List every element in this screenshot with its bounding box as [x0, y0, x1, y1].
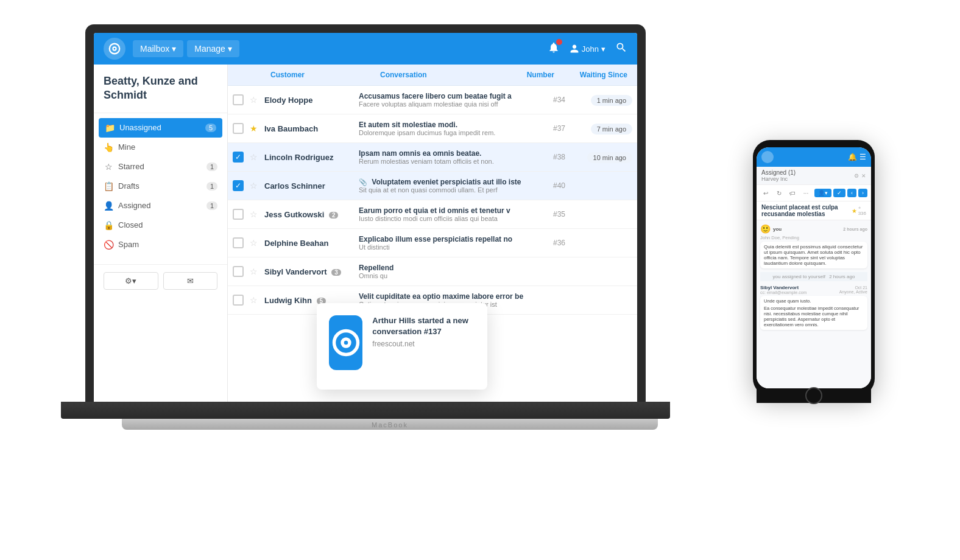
manage-chevron-icon: ▾	[228, 44, 232, 54]
row-message-7: Repellend Omnis qu	[359, 264, 529, 279]
header-number: Number	[506, 71, 554, 79]
table-row[interactable]: ☆ Sibyl Vandervort 3 Repellend Omnis qu	[228, 257, 637, 286]
sidebar-item-starred[interactable]: ☆ Starred 1	[94, 157, 227, 177]
phone-sender-message: Sibyl Vandervort cc: email@example.com O…	[760, 285, 867, 330]
table-row[interactable]: ☆ Jess Gutkowski 2 Earum porro et quia e…	[228, 200, 637, 229]
row-star-4[interactable]: ☆	[250, 181, 261, 191]
waiting-badge-2: 7 min ago	[591, 124, 632, 135]
popup-content: Arthur Hills started a new conversation …	[317, 303, 487, 390]
sidebar-label-drafts: Drafts	[118, 181, 139, 191]
sidebar-item-spam[interactable]: 🚫 Spam	[94, 235, 227, 254]
phone-refresh-icon[interactable]: ↻	[774, 187, 785, 198]
phone-sender-date: Oct 21	[839, 285, 867, 290]
row-waiting-2: 7 min ago	[565, 123, 632, 135]
row-checkbox-5[interactable]	[233, 209, 244, 220]
phone-assign-button[interactable]: 👤▾	[814, 189, 831, 197]
freescout-logo-icon	[330, 327, 362, 359]
smiley-icon: 🙂	[760, 224, 771, 234]
popup-notification-text: Arthur Hills started a new conversation …	[372, 315, 475, 337]
row-star-7[interactable]: ☆	[250, 267, 261, 276]
phone-msg-time-1: 2 hours ago	[843, 227, 867, 231]
row-checkbox-1[interactable]	[233, 94, 244, 105]
table-row[interactable]: ✓ ☆ Carlos Schinner 📎 Voluptatem eveniet…	[228, 172, 637, 200]
notification-badge	[556, 39, 562, 45]
row-checkbox-8[interactable]	[233, 295, 244, 306]
sidebar-label-closed: Closed	[118, 220, 143, 229]
phone-screen: 🔔 ☰ Assigned (1) Harvey Inc ⚙ ✕ ↩ ↻	[757, 147, 871, 388]
phone-sender-text-1: Unde quae quam iusto.	[764, 298, 864, 304]
table-row[interactable]: ☆ Delphine Beahan Explicabo illum esse p…	[228, 229, 637, 257]
manage-button[interactable]: Manage ▾	[187, 40, 239, 57]
search-icon	[615, 41, 627, 54]
compose-button[interactable]: ✉	[163, 272, 218, 290]
freescout-notification-popup: Arthur Hills started a new conversation …	[317, 303, 487, 390]
row-waiting-3: 10 min ago	[565, 152, 632, 163]
conversation-list-header: Customer Conversation Number Waiting Sin…	[228, 65, 637, 86]
phone-menu-icon[interactable]: ☰	[859, 153, 866, 161]
phone-assigned-company: Harvey Inc	[761, 176, 796, 182]
topnav: Mailbox ▾ Manage ▾	[94, 33, 637, 65]
phone-nav-prev[interactable]: ‹	[847, 189, 856, 197]
row-checkbox-4[interactable]: ✓	[233, 180, 244, 191]
sidebar-label-unassigned: Unassigned	[119, 123, 161, 132]
manage-label: Manage	[194, 44, 225, 54]
logo-icon	[108, 42, 121, 55]
phone-home-bar	[757, 388, 871, 403]
spam-icon: 🚫	[104, 240, 113, 250]
popup-icon	[329, 315, 362, 370]
user-menu-button[interactable]: John ▾	[570, 44, 605, 54]
sidebar-item-assigned[interactable]: 👤 Assigned 1	[94, 196, 227, 215]
table-row[interactable]: ★ Iva Baumbach Et autem sit molestiae mo…	[228, 114, 637, 143]
header-customer: Customer	[270, 71, 380, 79]
row-star-2[interactable]: ★	[250, 124, 261, 133]
phone-sender-email: cc: email@example.com	[760, 290, 806, 295]
row-message-4: 📎 Voluptatem eveniet perspiciatis aut il…	[359, 178, 529, 194]
mine-icon: 👆	[104, 142, 113, 152]
compose-icon: ✉	[187, 276, 194, 285]
notification-bell-button[interactable]	[548, 41, 560, 56]
row-star-5[interactable]: ☆	[250, 209, 261, 219]
phone-bell-icon[interactable]: 🔔	[848, 153, 857, 161]
row-star-8[interactable]: ☆	[250, 295, 261, 305]
row-number-4: #40	[529, 181, 565, 190]
row-checkbox-7[interactable]	[233, 266, 244, 277]
phone-topbar-icons: 🔔 ☰	[848, 153, 866, 161]
phone-reply-icon[interactable]: ↩	[760, 187, 771, 198]
app-logo	[104, 38, 125, 60]
row-checkbox-3[interactable]: ✓	[233, 152, 244, 163]
user-label: John	[582, 44, 599, 54]
row-star-1[interactable]: ☆	[250, 95, 261, 105]
folder-icon: 📁	[105, 123, 115, 133]
row-customer-3: Lincoln Rodriguez	[264, 153, 359, 162]
phone-close-icon[interactable]: ✕	[861, 173, 866, 179]
phone-status-button[interactable]: ✓	[833, 189, 845, 197]
row-star-6[interactable]: ☆	[250, 238, 261, 248]
sidebar-item-mine[interactable]: 👆 Mine	[94, 138, 227, 157]
phone-home-button[interactable]	[805, 387, 822, 404]
drafts-icon: 📋	[104, 181, 113, 191]
sidebar-item-closed[interactable]: 🔒 Closed	[94, 215, 227, 235]
mailbox-button[interactable]: Mailbox ▾	[133, 40, 183, 57]
table-row[interactable]: ✓ ☆ Lincoln Rodriguez Ipsam nam omnis ea…	[228, 143, 637, 172]
phone-more-icon[interactable]: ···	[800, 187, 811, 198]
phone-settings-icon[interactable]: ⚙	[854, 173, 859, 179]
table-row[interactable]: ☆ Elody Hoppe Accusamus facere libero cu…	[228, 86, 637, 114]
phone-tag-icon[interactable]: 🏷	[787, 187, 798, 198]
row-preview-3: Rerum molestias veniam totam officiis et…	[359, 158, 529, 165]
row-checkbox-2[interactable]	[233, 123, 244, 134]
attach-icon: 📎	[359, 178, 367, 186]
phone-assigned-text: Assigned (1)	[761, 169, 796, 176]
row-preview-1: Facere voluptas aliquam molestiae quia n…	[359, 100, 529, 108]
user-chevron-icon: ▾	[601, 44, 605, 54]
row-customer-5: Jess Gutkowski 2	[264, 210, 359, 219]
settings-button[interactable]: ⚙ ▾	[104, 272, 158, 290]
row-checkbox-6[interactable]	[233, 237, 244, 248]
row-star-3[interactable]: ☆	[250, 152, 261, 162]
search-button[interactable]	[615, 41, 627, 56]
phone-nav-next[interactable]: ›	[858, 189, 867, 197]
sidebar-item-unassigned[interactable]: 📁 Unassigned 5	[99, 118, 222, 138]
sidebar-item-drafts[interactable]: 📋 Drafts 1	[94, 177, 227, 196]
settings-icon: ⚙	[125, 276, 132, 285]
phone-msg-author-1: 🙂 you 2 hours ago	[760, 224, 867, 234]
row-number-3: #38	[529, 153, 565, 161]
